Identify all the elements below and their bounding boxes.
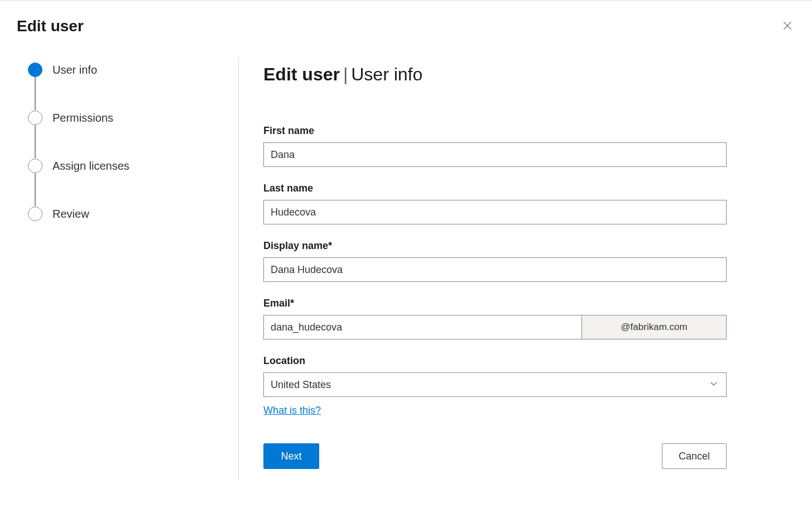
step-dot-icon — [28, 207, 42, 221]
step-user-info[interactable]: User info — [28, 62, 238, 78]
step-label: Assign licenses — [52, 160, 129, 173]
form-main: Edit user|User info First name Last name… — [239, 56, 812, 481]
display-name-input[interactable] — [263, 257, 727, 282]
location-select[interactable]: United States — [263, 372, 727, 397]
location-label: Location — [263, 355, 787, 367]
step-dot-icon — [28, 159, 42, 173]
step-assign-licenses[interactable]: Assign licenses — [28, 158, 238, 174]
panel-title: Edit user — [17, 17, 84, 35]
display-name-label: Display name* — [263, 240, 787, 252]
heading-separator: | — [343, 64, 348, 84]
email-local-input[interactable] — [263, 315, 582, 339]
step-permissions[interactable]: Permissions — [28, 110, 238, 126]
wizard-stepper: User info Permissions Assign licenses Re… — [0, 56, 239, 481]
email-domain-suffix: @fabrikam.com — [582, 315, 727, 339]
step-connector — [35, 125, 36, 158]
step-label: User info — [52, 64, 97, 76]
step-review[interactable]: Review — [28, 206, 238, 222]
step-dot-icon — [28, 63, 42, 77]
last-name-label: Last name — [263, 183, 787, 194]
page-heading: Edit user|User info — [263, 64, 787, 85]
step-connector — [35, 173, 36, 206]
step-label: Permissions — [52, 112, 113, 125]
step-connector — [35, 76, 36, 110]
step-dot-icon — [28, 111, 42, 125]
email-label: Email* — [263, 298, 787, 309]
heading-primary: Edit user — [263, 64, 340, 84]
close-icon — [782, 25, 793, 33]
first-name-input[interactable] — [263, 142, 727, 167]
location-help-link[interactable]: What is this? — [263, 405, 321, 417]
heading-secondary: User info — [351, 64, 422, 84]
cancel-button[interactable]: Cancel — [662, 443, 727, 469]
step-label: Review — [52, 208, 89, 221]
close-button[interactable] — [780, 18, 795, 35]
next-button[interactable]: Next — [263, 443, 319, 469]
last-name-input[interactable] — [263, 200, 727, 224]
first-name-label: First name — [263, 125, 787, 137]
